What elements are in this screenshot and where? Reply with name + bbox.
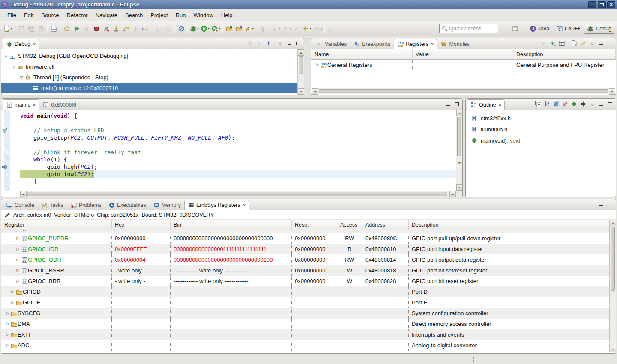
code-line[interactable]: } — [20, 178, 456, 185]
sort-button[interactable]: az — [543, 100, 551, 109]
new-register-group-button[interactable]: ✦ — [570, 39, 578, 48]
hide-static-button[interactable]: s — [561, 100, 569, 109]
scroll-down-icon[interactable]: ▼ — [298, 88, 304, 95]
menu-search[interactable]: Search — [121, 11, 147, 20]
code-line[interactable]: // setup a status LED — [20, 127, 456, 134]
registers-row[interactable]: ▷10100101General RegistersGeneral Purpos… — [311, 60, 616, 70]
maximize-button[interactable] — [606, 100, 614, 109]
search-button[interactable]: ▾ — [244, 24, 255, 34]
embsys-row-gpioc-brr[interactable]: ▷GPIOC_BRR- write only -------------- wr… — [1, 276, 609, 286]
step-over-button[interactable] — [121, 24, 131, 34]
outline-item-stm32f0xx-h[interactable]: stm32f0xx.h — [466, 113, 616, 124]
add-register-group-button[interactable] — [548, 39, 557, 48]
menu-window[interactable]: Window — [190, 11, 217, 20]
twist-icon[interactable]: ▷ — [15, 230, 21, 233]
twist-icon[interactable]: ▽ — [11, 65, 17, 69]
close-icon[interactable]: × — [33, 42, 36, 47]
column-header-bin[interactable]: Bin — [171, 220, 292, 230]
view-tab-registers[interactable]: 10100101Registers× — [394, 39, 437, 49]
run-launch-button[interactable]: ▾ — [200, 24, 210, 34]
column-header-access[interactable]: Access — [337, 220, 362, 230]
twist-icon[interactable]: ▷ — [10, 297, 16, 308]
debug-tree-item[interactable]: ▽cSTM32_Debug [GDB OpenOCD Debugging] — [1, 51, 297, 61]
debug-launch-button[interactable]: ▾ — [189, 24, 200, 34]
code-line[interactable]: gpio_high(PC2); — [20, 163, 456, 170]
embsys-row-adc[interactable]: ▷ADCAnalog-to-digital converter — [1, 340, 609, 351]
editor-gutter[interactable] — [1, 110, 20, 191]
embsys-row-exti[interactable]: ▷EXTIInterrupts and events — [1, 329, 609, 340]
close-icon[interactable]: × — [33, 102, 36, 107]
column-header-value[interactable]: Value — [413, 49, 513, 60]
hide-fields-button[interactable] — [552, 100, 560, 109]
sash-drag-handle[interactable] — [473, 357, 475, 363]
window-close-button[interactable]: × — [607, 1, 615, 8]
twist-icon[interactable]: ▷ — [5, 329, 11, 340]
view-tab-variables[interactable]: (x)=Variables — [313, 39, 350, 49]
minimize-button[interactable] — [597, 100, 605, 109]
back-button[interactable]: ▾ — [302, 24, 312, 34]
view-menu-button[interactable]: ▽ — [588, 39, 596, 48]
scrollbar-thumb[interactable] — [611, 227, 615, 291]
embsys-row-gpioc-idr[interactable]: ▷GPIOC_IDR0x0000FFFF00000000000000001111… — [1, 244, 609, 254]
scrollbar-thumb[interactable] — [457, 117, 461, 156]
outline-item-main-void[interactable]: main(void) : void — [466, 135, 616, 146]
maximize-button[interactable] — [294, 39, 303, 48]
window-minimize-button[interactable] — [588, 1, 596, 8]
view-tab-embsys-registers[interactable]: EmbSys Registers× — [184, 200, 249, 210]
code-line[interactable]: gpio_low(PC2); — [20, 170, 456, 178]
maximize-button[interactable] — [606, 39, 614, 48]
view-menu-button[interactable]: ▽ — [588, 100, 596, 109]
scrollbar-thumb[interactable] — [299, 56, 303, 74]
toggle-binary-button[interactable]: 010 — [49, 24, 59, 34]
view-tab-outline[interactable]: Outline× — [467, 99, 505, 110]
view-tab-breakpoints[interactable]: Breakpoints — [350, 39, 394, 49]
hide-non-public-button[interactable] — [570, 100, 578, 109]
layout-button[interactable] — [557, 39, 566, 48]
cpp-perspective-button[interactable]: CC/C++ — [553, 24, 583, 34]
quick-access-input[interactable] — [449, 26, 496, 32]
view-tab-memory[interactable]: Memory — [150, 200, 184, 210]
editor-tab-0x80006f6[interactable]: c0x80006f6 — [39, 99, 79, 110]
view-tab-problems[interactable]: Problems — [67, 200, 105, 210]
menu-refactor[interactable]: Refactor — [63, 11, 92, 20]
column-header-reset[interactable]: Reset — [292, 220, 337, 230]
new-cpp-project-button[interactable] — [234, 24, 244, 34]
scroll-down-icon[interactable]: ▼ — [610, 346, 616, 352]
registers-hscrollbar[interactable]: ◀ ▶ — [312, 88, 615, 94]
close-icon[interactable]: × — [243, 203, 246, 208]
view-tab-modules[interactable]: Modules — [437, 39, 473, 49]
view-tab-executables[interactable]: Executables — [105, 200, 150, 210]
close-icon[interactable]: × — [431, 42, 434, 47]
scroll-left-icon[interactable]: ◀ — [312, 88, 318, 95]
twist-icon[interactable]: ▽ — [18, 75, 24, 80]
scroll-right-icon[interactable]: ▶ — [609, 88, 615, 95]
column-header-hex[interactable]: Hex — [112, 220, 171, 230]
edit-register-group-button[interactable] — [579, 39, 587, 48]
embsys-row-gpioc-pupdr[interactable]: ▷GPIOC_PUPDR0x00000000000000000000000000… — [1, 233, 609, 244]
embsys-row-dma[interactable]: ▷DMADirect memory access controller — [1, 319, 609, 329]
code-line[interactable] — [20, 119, 456, 127]
collapse-all-button[interactable] — [534, 100, 542, 109]
profile-launch-button[interactable]: ▾ — [210, 24, 221, 34]
twist-icon[interactable]: ▷ — [15, 233, 21, 244]
edit-board-config-icon[interactable] — [4, 212, 11, 218]
view-tab-console[interactable]: Console — [3, 200, 38, 210]
view-menu-button[interactable]: ▽ — [276, 39, 285, 48]
code-line[interactable]: gpio_setup(PC2, OUTPUT, PUSH_PULL, FIFTY… — [20, 134, 456, 141]
scrollbar-thumb[interactable] — [319, 89, 608, 93]
close-icon[interactable]: × — [499, 102, 501, 107]
column-header-name[interactable]: Name — [311, 49, 413, 60]
column-header-description[interactable]: Description — [513, 49, 616, 60]
debug-tree-item[interactable]: ▽firmware.elf — [1, 61, 297, 72]
view-tab-tasks[interactable]: Tasks — [38, 200, 67, 210]
twist-icon[interactable]: ▷ — [15, 244, 21, 254]
code-area[interactable]: void main(void) { // setup a status LED … — [20, 110, 456, 191]
column-header-register[interactable]: Register — [1, 220, 112, 230]
code-line[interactable]: // blink it forever, really fast — [20, 149, 456, 156]
open-perspective-button[interactable]: + — [509, 24, 522, 34]
twist-icon[interactable]: ▷ — [10, 286, 16, 297]
scroll-down-icon[interactable]: ▼ — [456, 184, 463, 191]
java-perspective-button[interactable]: JJava — [527, 24, 552, 34]
twist-icon[interactable]: ▷ — [5, 308, 11, 319]
menu-help[interactable]: Help — [217, 11, 237, 20]
